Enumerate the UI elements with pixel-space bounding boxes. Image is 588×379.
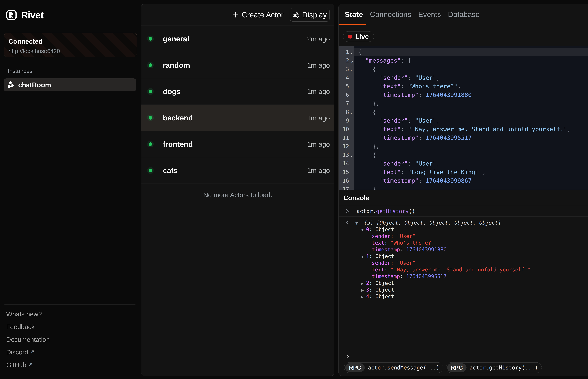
tree-row-timestamp[interactable]: timestamp: 1764043995517 (339, 273, 588, 280)
actor-row-cats[interactable]: cats1m ago (141, 158, 334, 184)
tab-database[interactable]: Database (445, 4, 483, 25)
command-args: () (409, 208, 415, 214)
tree-colon: : (369, 287, 375, 293)
result-preview-row[interactable]: ▼ (5) [Object, Object, Object, Object, O… (339, 219, 588, 226)
tree-value: 1764043995517 (406, 273, 446, 279)
fold-chevron-icon[interactable]: ⌄ (349, 151, 354, 159)
line-number: 13 (339, 151, 349, 159)
gutter-line-4: 4 (339, 74, 354, 82)
actor-row-frontend[interactable]: frontend1m ago (141, 131, 334, 158)
tab-state[interactable]: State (339, 4, 366, 25)
code-line-17: } (354, 185, 588, 190)
rpc-code: actor.sendMessage(...) (368, 364, 439, 371)
tree-key: 3 (366, 287, 369, 293)
gutter-line-6: 6 (339, 91, 354, 99)
state-json-editor[interactable]: 1⌄2⌄3⌄45678⌄910111213⌄14151617 { "messag… (339, 47, 588, 190)
actor-row-general[interactable]: general2m ago (141, 26, 334, 52)
tree-row-0[interactable]: ▼ 0: Object (339, 226, 588, 233)
tree-row-text[interactable]: text: " Nay, answer me. Stand and unfold… (339, 266, 588, 273)
actor-list-panel: Create Actor Display general2m agorandom… (141, 4, 334, 376)
tree-key: 1 (366, 253, 369, 259)
display-button[interactable]: Display (290, 8, 330, 22)
plus-icon (233, 12, 238, 18)
actor-row-random[interactable]: random1m ago (141, 52, 334, 79)
gutter-line-16: 16 (339, 176, 354, 185)
actor-shapes-icon (7, 81, 15, 89)
fold-chevron-icon[interactable]: ⌄ (349, 108, 354, 116)
gutter-line-17: 17 (339, 185, 354, 190)
actor-row-backend[interactable]: backend1m ago (141, 105, 334, 131)
sidebar-divider (4, 304, 135, 305)
token-plain (358, 100, 372, 107)
line-number: 17 (339, 185, 349, 190)
token-plain (358, 186, 372, 190)
code-line-3: { (354, 65, 588, 74)
actor-name: general (163, 34, 189, 43)
fold-chevron-icon (349, 134, 354, 142)
actor-name: backend (163, 113, 193, 122)
tree-colon: : (369, 280, 375, 286)
token-str: "User" (415, 117, 436, 124)
token-pun: , (436, 117, 440, 124)
token-pun: { (372, 152, 376, 158)
tree-key: sender (372, 260, 391, 266)
sidebar-link-documentation[interactable]: Documentation (6, 333, 50, 346)
brand-name: Rivet (21, 10, 44, 21)
fold-chevron-icon[interactable]: ⌄ (349, 65, 354, 74)
status-dot-icon (147, 141, 154, 147)
tab-connections[interactable]: Connections (366, 4, 415, 25)
rpc-chip-1[interactable]: RPCactor.getHistory(...) (446, 362, 542, 373)
actor-last-seen: 1m ago (307, 114, 330, 122)
tree-key: timestamp (372, 273, 400, 279)
fold-chevron-icon[interactable]: ⌄ (349, 56, 354, 65)
triangle-right-icon: ▶ (361, 295, 366, 299)
token-pun: : [ (401, 57, 411, 64)
console-command-row: actor.getHistory() (339, 206, 588, 217)
code-line-15: "text": "Long live the King!", (354, 168, 588, 176)
tab-events[interactable]: Events (415, 4, 445, 25)
token-pun: : (401, 169, 408, 175)
tree-row-3[interactable]: ▶ 3: Object (339, 286, 588, 293)
fold-chevron-icon (349, 82, 354, 91)
tree-row-sender[interactable]: sender: "User" (339, 233, 588, 239)
inspector-tabbar: StateConnectionsEventsDatabase Running (339, 4, 588, 25)
token-plain (358, 169, 380, 175)
gutter-line-14: 14 (339, 159, 354, 168)
tree-key: text (372, 267, 384, 273)
tree-colon: : (391, 260, 397, 266)
token-plain (358, 134, 380, 141)
token-key: "sender" (380, 74, 408, 81)
actor-list-header: Create Actor Display (141, 4, 334, 26)
token-key: "sender" (380, 160, 408, 167)
token-plain (358, 66, 372, 73)
sidebar-link-discord[interactable]: Discord↗ (6, 346, 50, 359)
live-badge[interactable]: Live (343, 31, 374, 42)
tree-colon: : (400, 273, 406, 279)
tree-row-4[interactable]: ▶ 4: Object (339, 293, 588, 300)
tree-row-sender[interactable]: sender: "User" (339, 260, 588, 266)
sidebar-link-whatsnew[interactable]: Whats new? (6, 308, 50, 320)
rpc-chip-0[interactable]: RPCactor.sendMessage(...) (344, 362, 443, 373)
sliders-icon (292, 11, 299, 18)
sidebar-link-github[interactable]: GitHub↗ (6, 359, 50, 371)
command-object: actor. (357, 208, 376, 214)
create-actor-button[interactable]: Create Actor (233, 11, 284, 19)
token-num: 1764043995517 (426, 134, 472, 141)
console-header[interactable]: Console (339, 190, 588, 206)
token-key: "text" (380, 83, 401, 90)
token-pun: : (401, 83, 408, 90)
chevron-right-icon (345, 209, 350, 213)
sidebar-item-chatroom[interactable]: chatRoom (4, 79, 136, 91)
live-label: Live (355, 32, 369, 40)
tree-row-text[interactable]: text: "Who’s there?" (339, 239, 588, 246)
actor-row-dogs[interactable]: dogs1m ago (141, 79, 334, 105)
tree-row-2[interactable]: ▶ 2: Object (339, 280, 588, 286)
gutter-line-3: 3⌄ (339, 65, 354, 74)
fold-chevron-icon[interactable]: ⌄ (349, 48, 354, 56)
tree-row-timestamp[interactable]: timestamp: 1764043991880 (339, 246, 588, 253)
sidebar-link-feedback[interactable]: Feedback (6, 320, 50, 333)
console-input-row[interactable] (339, 350, 588, 362)
code-line-13: { (354, 151, 588, 159)
tree-row-1[interactable]: ▼ 1: Object (339, 253, 588, 260)
external-link-arrow-icon: ↗ (30, 349, 34, 354)
